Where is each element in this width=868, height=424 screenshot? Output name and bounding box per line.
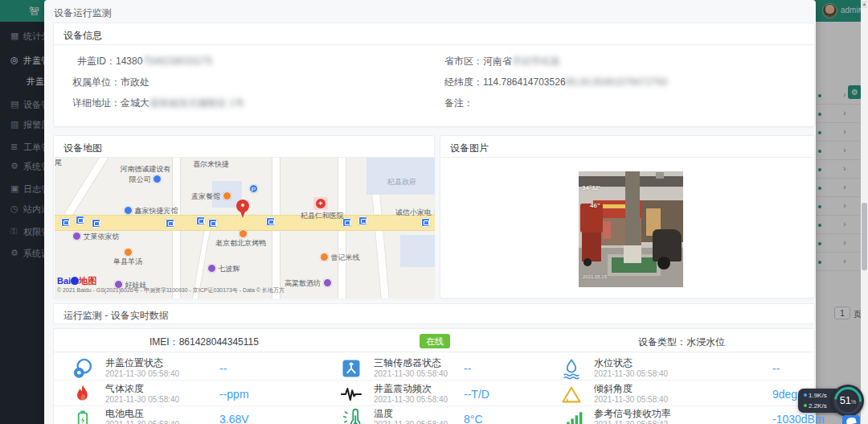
hospital-poi-icon: + [313,197,328,210]
shop-poi-icon [323,278,332,287]
device-location-pin [235,200,250,220]
bus-stop-icon [166,219,174,228]
device-monitor-modal: 设备运行监测 设备信息 井盖ID：143807546238033275 权属单位… [44,0,816,424]
metric-value: 9deg [772,388,797,401]
map-poi: 杞县政府 [387,177,416,187]
restaurant-poi-icon [223,191,231,200]
bus-stop-icon [421,218,430,227]
water-level-icon [560,357,583,380]
photo-tree-trunk [625,171,640,252]
parking-poi-icon: P [249,184,258,193]
photo-scooter-body [653,229,682,261]
battery-voltage-icon [72,408,94,424]
baidu-map[interactable]: 尾 河南德诚建设有限公司 喜尔来快捷 孟家餐馆 P 杞县政府 鑫家快捷宾馆 + … [55,158,435,298]
temperature-icon [340,408,362,424]
download-speed: 2.2K/s [804,402,827,410]
metric-value: 8°C [464,413,483,424]
map-district-zone [366,158,435,195]
metric-value: 3.68V [219,413,249,424]
bus-stop-icon [208,219,217,228]
app-window: 智 admin ˅ ▦统计分析 ◎井盖管理 井盖 ▤设备管理 ▥报警历史 ≣工单… [0,0,868,424]
imei-field: IMEI：861428044345115 [149,335,259,349]
scrollbar-up-arrow[interactable]: ▲ [862,1,867,8]
bus-stop-icon [196,216,205,225]
monitor-section-title: 运行监测 - 设备实时数据 [63,309,169,323]
percent-gauge: 51% [832,385,864,417]
photo-tree-paint [624,245,641,263]
map-attribution: © 2021 Baidu - GS(2021)6026号 - 甲测资字11009… [57,286,285,294]
info-field-address: 详细地址：金城大道路南段北侧附近 1号 [72,97,244,110]
metric-value: --ppm [219,388,249,401]
device-photo-title: 设备图片 [450,142,489,155]
shop-poi-icon [72,232,81,241]
metric-value: -- [772,362,780,375]
shop-poi-icon [207,264,216,273]
hotel-poi-icon [124,206,133,215]
modal-title: 设备运行监测 [54,6,112,20]
bus-stop-icon [358,216,367,225]
map-poi: 高粱散酒坊 [285,278,332,289]
online-status-badge: 在线 [420,334,450,348]
metric-value: --T/D [464,388,489,401]
map-poi: 七波辉 [207,264,240,274]
bus-stop-icon [61,218,70,227]
baidu-paw-icon [71,277,79,285]
photo-wheel [657,257,670,270]
map-poi: 孟家餐馆 [191,191,231,202]
download-dot-icon [804,404,807,407]
upload-dot-icon [804,393,807,397]
scrollbar[interactable]: ▲ [861,0,868,424]
map-poi: 艾莱依家纺 [72,232,120,242]
baidu-logo: Bai地图 [57,275,96,287]
photo-watermark: 46" [590,202,600,209]
map-poi: 老京都北京烤鸭 [215,238,266,249]
shop-poi-icon [434,208,435,216]
bus-stop-icon [92,219,100,228]
browser-logo-icon[interactable] [842,415,860,424]
info-field-owner-unit: 权属单位：市政处 [72,76,149,89]
device-type-field: 设备类型：水浸水位 [638,335,725,349]
scrollbar-thumb[interactable] [862,203,867,270]
bus-stop-icon [76,216,84,224]
map-label: 尾 [55,158,62,168]
info-field-remark: 备注： [444,97,473,110]
realtime-header-row: IMEI：861428044345115 在线 设备类型：水浸水位 [54,329,814,352]
monitor-section-bar: 运行监测 - 设备实时数据 [53,303,815,324]
upload-speed: 1.9K/s [804,392,827,399]
map-poi: 单县羊汤 [113,248,142,267]
metric-value: -- [219,362,227,375]
metric-value: -1030dBm [772,413,825,424]
map-poi: 曾记米线 [320,253,360,263]
manhole-position-icon [72,357,94,380]
photo-watermark-date: 2021.05.15 [583,274,607,279]
company-poi-icon [153,175,162,183]
map-road [64,158,119,218]
device-map-card: 设备地图 [53,135,435,298]
device-map-title: 设备地图 [63,142,102,155]
triaxial-sensor-icon [340,357,362,380]
photo-tricycle-body [582,233,601,261]
info-field-manhole-id: 井盖ID：143807546238033275 [77,55,212,68]
restaurant-poi-icon [124,248,133,257]
device-photo[interactable]: 34°32' 46" 2021.05.15 [579,171,683,287]
signal-power-icon [560,408,583,424]
device-info-title: 设备信息 [63,29,102,43]
map-building-zone [400,235,435,267]
device-info-card: 设备信息 井盖ID：143807546238033275 权属单位：市政处 详细… [53,23,815,127]
map-poi: 鑫家快捷宾馆 [124,206,178,216]
map-poi: 河南德诚建设有限公司 [117,164,174,185]
info-field-region: 省市区：河南省开封市杞县 [444,55,560,68]
realtime-data-card: IMEI：861428044345115 在线 设备类型：水浸水位 井盖位置状态… [53,328,815,424]
info-field-coordinates: 经纬度：114.78641470352689,34.55461579472793 [444,76,667,89]
map-poi: 诚信小家电 [395,208,435,218]
map-poi: 喜尔来快捷 [193,159,229,170]
tilt-angle-icon [560,383,583,405]
vibration-icon [340,383,362,405]
restaurant-poi-icon [320,253,329,261]
bus-stop-icon [266,217,275,226]
metric-value: -- [464,362,471,375]
gas-concentration-icon [72,383,94,405]
photo-wheel [583,258,592,266]
photo-ac-unit [656,172,664,179]
map-poi: 杞县仁和医院 [301,211,344,221]
